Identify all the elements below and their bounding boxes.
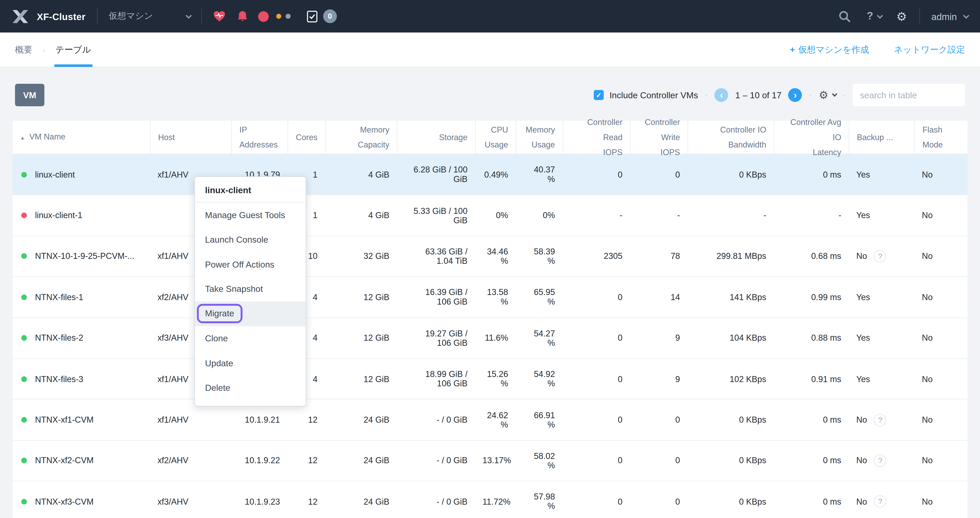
tab-table[interactable]: テーブル [56, 32, 91, 67]
context-menu-item-clone[interactable]: Clone [195, 326, 306, 351]
context-menu-item-delete[interactable]: Delete [195, 375, 306, 400]
vm-status-dot-icon [21, 499, 27, 504]
search-icon[interactable] [838, 10, 850, 22]
cell-ip: 10.1.9.23 [231, 481, 288, 518]
cell-memory: 12 GiB [325, 277, 397, 317]
topbar-right: ? ⚙ admin [838, 8, 967, 24]
pagination-next-button[interactable]: › [789, 88, 802, 102]
lat-value: 0.91 ms [781, 374, 841, 384]
write-value: 0 [638, 415, 680, 424]
host-value: xf1/AHV [158, 415, 224, 424]
vm-name-text[interactable]: NTNX-files-2 [35, 333, 83, 343]
vm-name-text[interactable]: NTNX-files-1 [35, 293, 83, 302]
alerts-bell-icon[interactable] [237, 10, 248, 22]
table-search-input[interactable] [860, 90, 973, 100]
flash-value: No [922, 456, 960, 465]
network-config-link[interactable]: ネットワーク設定 [894, 44, 965, 56]
table-row[interactable]: linux-clientxf1/AHV10.1.9.7914 GiB6.28 G… [13, 155, 967, 195]
vm-name-text[interactable]: NTNX-xf3-CVM [35, 497, 94, 506]
column-header-write[interactable]: Controller Write IOPS [630, 121, 687, 154]
column-header-storage[interactable]: Storage [397, 121, 475, 154]
nutanix-x-logo[interactable] [13, 10, 28, 23]
write-value: 78 [638, 252, 680, 261]
flash-value: No [922, 293, 960, 302]
column-header-cpu[interactable]: CPU Usage [475, 121, 515, 154]
vm-entity-button[interactable]: VM [15, 84, 45, 106]
column-header-mem[interactable]: Memory Usage [515, 121, 562, 154]
read-value: 2305 [570, 252, 622, 261]
cell-backup: No? [849, 481, 915, 518]
table-row[interactable]: NTNX-xf1-CVMxf1/AHV10.1.9.211224 GiB- / … [13, 400, 967, 440]
backup-value: Yes [856, 293, 870, 302]
vm-status-dot-icon [21, 172, 27, 177]
vm-name-text[interactable]: linux-client [35, 170, 75, 179]
active-tab-underline [54, 64, 92, 67]
cell-flash: No [914, 195, 967, 236]
context-menu-item-migrate[interactable]: Migrate [195, 301, 306, 326]
bw-value: 0 KBps [695, 170, 766, 179]
cell-mem: 40.37 % [515, 155, 562, 195]
column-header-bw[interactable]: Controller IO Bandwidth [687, 121, 774, 154]
backup-value: No [856, 456, 867, 465]
pagination-prev-button[interactable]: ‹ [715, 88, 729, 102]
read-value: 0 [570, 456, 622, 465]
help-icon[interactable]: ? [867, 10, 873, 22]
context-menu-item-launch-console[interactable]: Launch Console [195, 227, 306, 252]
vm-name-text[interactable]: NTNX-xf1-CVM [35, 415, 94, 424]
memory-value: 4 GiB [332, 170, 389, 179]
table-search-box[interactable] [853, 84, 965, 106]
vm-name-text[interactable]: NTNX-xf2-CVM [35, 456, 94, 465]
table-row[interactable]: NTNX-files-2xf3/AHV412 GiB19.27 GiB / 10… [13, 318, 967, 359]
vm-name-text[interactable]: linux-client-1 [35, 211, 83, 220]
backup-help-icon[interactable]: ? [874, 250, 886, 263]
info-dot-icon[interactable] [286, 14, 290, 19]
table-row[interactable]: NTNX-files-3xf1/AHV412 GiB18.99 GiB / 10… [13, 359, 967, 400]
vm-name-text[interactable]: NTNX-files-3 [35, 374, 83, 384]
table-row[interactable]: NTNX-xf2-CVMxf2/AHV10.1.9.221224 GiB- / … [13, 441, 967, 481]
column-header-memory[interactable]: Memory Capacity [325, 121, 397, 154]
table-row[interactable]: NTNX-xf3-CVMxf3/AHV10.1.9.231224 GiB- / … [13, 481, 967, 518]
column-header-read[interactable]: Controller Read IOPS [563, 121, 630, 154]
table-row[interactable]: NTNX-10-1-9-25-PCVM-...xf1/AHV1032 GiB63… [13, 236, 967, 277]
chevron-down-icon[interactable] [963, 12, 969, 19]
cluster-name[interactable]: XF-Cluster [37, 11, 86, 22]
cell-mem: 58.02 % [515, 441, 562, 481]
sort-asc-icon: ▲ [20, 135, 25, 140]
tab-separator: · [43, 45, 45, 55]
column-header-host[interactable]: Host [150, 121, 231, 154]
cell-cpu: 24.62 % [475, 400, 515, 440]
user-menu[interactable]: admin [931, 11, 957, 22]
flash-value: No [922, 252, 960, 261]
column-header-ip[interactable]: IP Addresses [231, 121, 288, 154]
table-row[interactable]: linux-client-114 GiB5.33 GiB / 100 GiB0%… [13, 195, 967, 236]
column-header-name[interactable]: ▲VM Name [13, 121, 150, 154]
gear-icon[interactable]: ⚙ [896, 9, 907, 24]
warning-dot-icon[interactable] [276, 14, 281, 19]
cores-value: 12 [295, 497, 317, 506]
column-header-backup[interactable]: Backup ... [849, 121, 915, 154]
subnav: 概要 · テーブル +仮想マシンを作成 ネットワーク設定 [0, 32, 980, 67]
context-menu-item-manage-guest-tools[interactable]: Manage Guest Tools [195, 202, 306, 227]
table-row[interactable]: NTNX-files-1xf2/AHV412 GiB16.39 GiB / 10… [13, 277, 967, 318]
backup-help-icon[interactable]: ? [874, 454, 886, 467]
host-value: xf3/AHV [158, 497, 224, 506]
column-header-flash[interactable]: Flash Mode [914, 121, 967, 154]
backup-help-icon[interactable]: ? [874, 495, 886, 508]
create-vm-link[interactable]: +仮想マシンを作成 [790, 44, 869, 56]
backup-help-icon[interactable]: ? [874, 413, 886, 426]
context-menu-item-update[interactable]: Update [195, 351, 306, 375]
tab-overview[interactable]: 概要 [15, 32, 32, 67]
critical-alert-dot-icon[interactable] [258, 11, 269, 22]
chevron-down-icon[interactable] [877, 12, 883, 19]
context-menu-item-take-snapshot[interactable]: Take Snapshot [195, 277, 306, 301]
tasks-group[interactable]: 0 [307, 10, 337, 23]
entity-menu-dropdown[interactable]: 仮想マシン [109, 11, 190, 22]
column-header-lat[interactable]: Controller Avg IO Latency [774, 121, 849, 154]
include-cvm-checkbox[interactable]: ✓ [594, 90, 604, 100]
vm-name-text[interactable]: NTNX-10-1-9-25-PCVM-... [35, 252, 134, 261]
read-value: 0 [570, 170, 622, 179]
column-header-cores[interactable]: Cores [288, 121, 325, 154]
context-menu-item-power-off-actions[interactable]: Power Off Actions [195, 252, 306, 277]
table-settings-gear[interactable]: ⚙ [819, 88, 836, 102]
health-heart-icon[interactable] [213, 11, 225, 22]
